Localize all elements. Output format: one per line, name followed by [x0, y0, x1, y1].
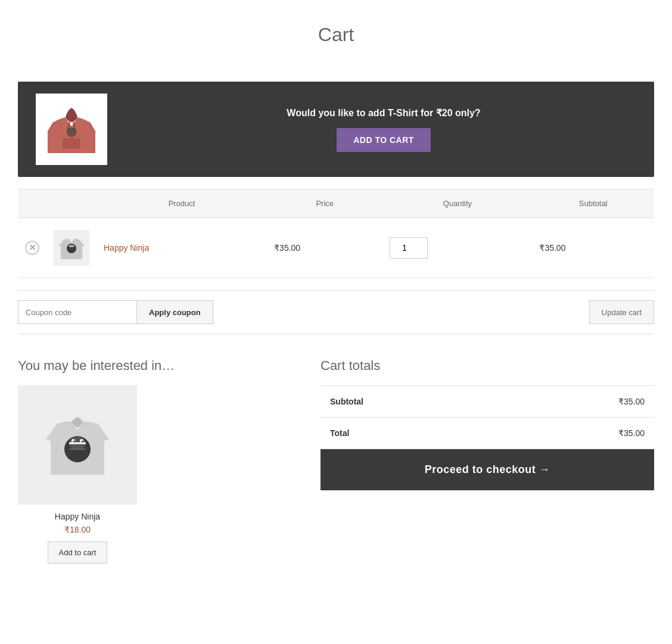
- col-product-header: Product: [97, 189, 267, 218]
- col-quantity-header: Quantity: [382, 189, 532, 218]
- coupon-area: Apply coupon: [18, 300, 213, 324]
- upsell-content: Would you like to add T-Shirt for ₹20 on…: [131, 107, 636, 152]
- interested-section: You may be interested in…: [18, 358, 297, 564]
- svg-rect-0: [63, 138, 80, 149]
- coupon-code-input[interactable]: [18, 300, 137, 324]
- suggested-product-price: ₹18.00: [64, 525, 91, 534]
- item-price: ₹35.00: [274, 243, 300, 253]
- subtotal-label: Subtotal: [321, 386, 499, 418]
- apply-coupon-button[interactable]: Apply coupon: [137, 300, 213, 324]
- quantity-input[interactable]: [390, 237, 428, 259]
- remove-item-button[interactable]: ✕: [25, 241, 39, 255]
- subtotal-row: Subtotal ₹35.00: [321, 386, 654, 418]
- col-image: [46, 189, 97, 218]
- cart-totals-title: Cart totals: [321, 358, 654, 374]
- suggested-product-image: [18, 385, 137, 505]
- suggested-add-to-cart-button[interactable]: Add to cart: [48, 542, 108, 564]
- upsell-banner: Would you like to add T-Shirt for ₹20 on…: [18, 82, 654, 177]
- suggested-product-name: Happy Ninja: [55, 512, 100, 521]
- svg-point-14: [82, 441, 83, 443]
- col-subtotal-header: Subtotal: [532, 189, 654, 218]
- interested-title: You may be interested in…: [18, 358, 297, 374]
- update-cart-button[interactable]: Update cart: [589, 300, 654, 324]
- col-price-header: Price: [267, 189, 382, 218]
- upsell-product-image: [36, 94, 107, 165]
- svg-point-4: [69, 127, 74, 132]
- svg-point-13: [73, 441, 75, 443]
- cart-table: Product Price Quantity Subtotal ✕: [18, 189, 654, 278]
- totals-table: Subtotal ₹35.00 Total ₹35.00: [321, 385, 654, 449]
- upsell-add-to-cart-button[interactable]: Add To Cart: [337, 128, 431, 152]
- upsell-message: Would you like to add T-Shirt for ₹20 on…: [287, 107, 480, 119]
- proceed-to-checkout-button[interactable]: Proceed to checkout →: [321, 449, 654, 490]
- total-value: ₹35.00: [499, 418, 654, 449]
- table-row: ✕ Happy Ninja: [18, 218, 654, 278]
- suggested-product-card: Happy Ninja ₹18.00 Add to cart: [18, 385, 137, 564]
- subtotal-value: ₹35.00: [499, 386, 654, 418]
- bottom-section: You may be interested in…: [18, 358, 654, 564]
- total-row: Total ₹35.00: [321, 418, 654, 449]
- page-title: Cart: [18, 12, 654, 58]
- cart-item-image: [54, 230, 89, 266]
- coupon-row: Apply coupon Update cart: [18, 290, 654, 334]
- col-remove: [18, 189, 46, 218]
- item-subtotal: ₹35.00: [539, 243, 565, 253]
- total-label: Total: [321, 418, 499, 449]
- cart-totals-section: Cart totals Subtotal ₹35.00 Total ₹35.00…: [321, 358, 654, 490]
- product-name-link[interactable]: Happy Ninja: [104, 243, 149, 253]
